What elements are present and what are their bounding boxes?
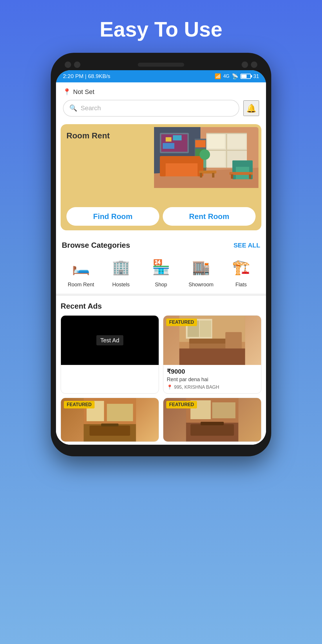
svg-rect-52 [101,424,119,426]
bottom-ads-row: FEATURED [61,398,261,442]
battery-fill [241,75,247,78]
phone-top-bar [56,61,266,68]
svg-rect-19 [160,156,203,163]
categories-title: Browse Categories [62,241,130,250]
sensor-dot [74,61,80,68]
svg-rect-12 [195,140,206,147]
network-icon: 4G [223,74,229,79]
find-room-button[interactable]: Find Room [66,207,159,226]
svg-rect-7 [207,134,225,149]
app-header: 📍 Not Set 🔍 Search 🔔 [56,82,266,121]
app-content: 📍 Not Set 🔍 Search 🔔 Room Rent [56,82,266,445]
battery-icon [240,74,251,79]
featured-badge-2: FEATURED [64,401,95,408]
svg-rect-59 [201,422,224,425]
section-divider [56,294,266,296]
phone-screen: 2:20 PM | 68.9KB/s 📶 4G 📡 31 📍 Not Set [56,70,266,445]
ad-location-1: 📍 995, KRISHNA BAGH [167,384,258,390]
phone-camera-right [242,61,257,68]
svg-rect-45 [179,348,245,365]
ad-card-featured-3[interactable]: FEATURED [163,398,261,442]
svg-rect-49 [107,404,133,421]
phone-frame: 2:20 PM | 68.9KB/s 📶 4G 📡 31 📍 Not Set [51,53,271,456]
room-rent-banner: Room Rent [61,124,261,230]
status-time: 2:20 PM | 68.9KB/s [63,73,110,79]
search-row: 🔍 Search 🔔 [63,100,259,117]
ad-info-1: ₹9000 Rent par dena hai 📍 995, KRISHNA B… [163,365,261,393]
ad-card-test[interactable]: Test Ad [61,315,159,394]
category-flats[interactable]: 🏗️ Flats [222,256,260,288]
category-flats-label: Flats [235,282,247,288]
banner-illustration [154,127,258,188]
test-ad-label: Test Ad [96,335,124,345]
camera-dot-right [242,61,248,68]
ad-card-featured-1[interactable]: FEATURED ₹9000 Rent par dena hai 📍 995, … [163,315,261,394]
featured-ad-image-1: FEATURED [163,316,261,365]
phone-camera-left [65,61,80,68]
signal-icon: 📶 [215,73,221,79]
recent-ads-section: Recent Ads Test Ad [56,296,266,445]
recent-ads-title: Recent Ads [61,302,261,311]
wifi-icon: 📡 [232,73,238,79]
flats-icon: 🏗️ [229,256,253,279]
front-camera-dot [65,61,71,68]
category-hostels-label: Hostels [112,282,130,288]
category-room-rent[interactable]: 🛏️ Room Rent [62,256,100,288]
ads-grid: Test Ad [61,315,261,394]
categories-row: 🛏️ Room Rent 🏢 Hostels 🏪 Shop 🏬 Showroom [62,256,260,291]
featured-badge-3: FEATURED [166,401,197,408]
svg-rect-56 [212,402,236,418]
svg-rect-41 [200,321,211,337]
category-hostels[interactable]: 🏢 Hostels [102,256,140,288]
ad-price-1: ₹9000 [167,368,258,375]
test-ad-image: Test Ad [61,316,159,365]
speaker-bar [138,63,184,67]
svg-rect-51 [90,426,130,436]
category-showroom[interactable]: 🏬 Showroom [182,256,220,288]
banner-buttons: Find Room Rent Room [66,207,256,226]
svg-rect-29 [163,143,174,149]
svg-rect-22 [212,173,214,178]
svg-rect-9 [207,151,225,167]
ad-location-text-1: 995, KRISHNA BAGH [174,385,219,390]
search-box[interactable]: 🔍 Search [63,100,239,117]
svg-rect-21 [200,173,202,178]
featured-badge-1: FEATURED [166,319,197,326]
status-icons: 📶 4G 📡 31 [215,73,259,79]
ad-location-pin-icon-1: 📍 [167,384,173,390]
search-icon: 🔍 [69,104,77,112]
svg-rect-6 [206,150,247,151]
browse-categories-section: Browse Categories SEE ALL 🛏️ Room Rent 🏢… [56,235,266,294]
battery-pct: 31 [253,73,259,79]
svg-point-24 [200,149,210,160]
category-shop[interactable]: 🏪 Shop [142,256,180,288]
flash-dot [251,61,257,68]
categories-header: Browse Categories SEE ALL [62,241,260,250]
svg-rect-8 [227,134,246,149]
ad-title-1: Rent par dena hai [167,377,258,383]
svg-rect-36 [249,174,251,179]
featured-ad-image-2: FEATURED [61,398,159,442]
svg-rect-28 [173,135,182,140]
category-showroom-label: Showroom [189,282,214,288]
svg-rect-27 [166,137,171,142]
notification-button[interactable]: 🔔 [243,100,259,116]
see-all-button[interactable]: SEE ALL [234,242,260,249]
page-header: Easy To Use [0,0,322,53]
rent-room-button[interactable]: Rent Room [163,207,256,226]
showroom-icon: 🏬 [189,256,213,279]
bell-icon: 🔔 [246,104,256,113]
ad-card-featured-2[interactable]: FEATURED [61,398,159,442]
location-text: Not Set [73,88,94,96]
location-bar[interactable]: 📍 Not Set [63,88,259,96]
svg-rect-58 [191,424,234,436]
room-rent-icon: 🛏️ [69,256,93,279]
location-pin-icon: 📍 [63,88,71,96]
featured-ad-image-3: FEATURED [163,398,261,442]
search-placeholder: Search [81,104,101,112]
svg-rect-35 [231,174,233,179]
category-room-rent-label: Room Rent [68,282,94,288]
category-shop-label: Shop [155,282,167,288]
status-bar: 2:20 PM | 68.9KB/s 📶 4G 📡 31 [56,70,266,82]
page-title: Easy To Use [100,17,222,41]
